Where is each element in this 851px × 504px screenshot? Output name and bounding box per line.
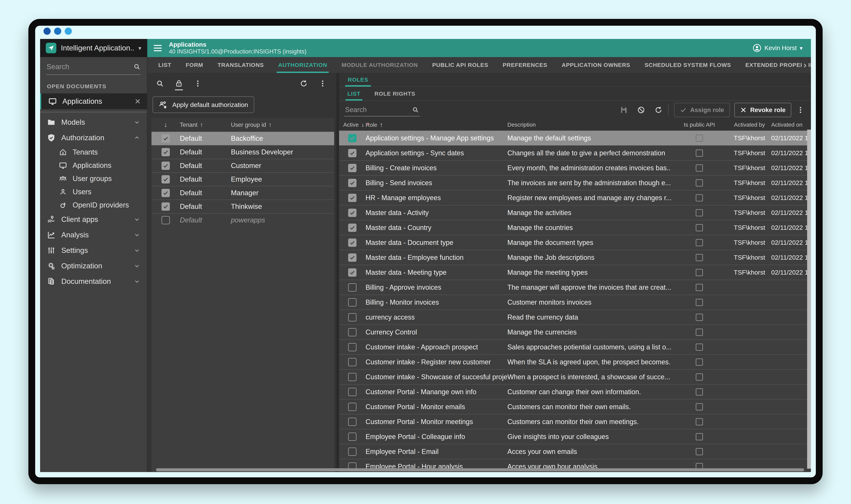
- kebab-menu-icon[interactable]: [319, 79, 327, 88]
- checkbox-checked[interactable]: [348, 179, 357, 187]
- chevron-down-icon[interactable]: [134, 119, 140, 125]
- subtab-role-rights[interactable]: ROLE RIGHTS: [374, 87, 416, 101]
- checkbox-unchecked[interactable]: [696, 374, 703, 381]
- window-dot-1[interactable]: [44, 28, 51, 35]
- sidebar-item-models[interactable]: Models: [40, 114, 147, 130]
- checkbox-unchecked[interactable]: [348, 373, 357, 381]
- user-group-row[interactable]: DefaultBusiness Developer: [152, 145, 334, 159]
- checkbox-checked[interactable]: [161, 189, 170, 197]
- sidebar-item-optimization[interactable]: Optimization: [40, 258, 147, 274]
- apply-default-authorization-button[interactable]: Apply default authorization: [153, 96, 254, 113]
- role-row[interactable]: Master data - ActivityManage the activit…: [339, 205, 811, 220]
- checkbox-unchecked[interactable]: [348, 358, 357, 366]
- checkbox-unchecked[interactable]: [696, 418, 703, 426]
- sidebar-item-authorization[interactable]: Authorization: [40, 130, 147, 145]
- cancel-icon[interactable]: [637, 106, 645, 114]
- role-row[interactable]: Billing - Monitor invoicesCustomer monit…: [339, 294, 811, 309]
- checkbox-unchecked[interactable]: [696, 314, 703, 321]
- checkbox-checked[interactable]: [161, 134, 170, 143]
- sidebar-search-input[interactable]: Search: [47, 59, 140, 75]
- horizontal-scrollbar[interactable]: [156, 468, 804, 471]
- user-group-row[interactable]: DefaultManager: [152, 186, 334, 200]
- checkbox-unchecked[interactable]: [348, 298, 357, 307]
- checkbox-unchecked[interactable]: [348, 283, 357, 292]
- checkbox-unchecked[interactable]: [348, 403, 357, 411]
- tab-extended-properties[interactable]: EXTENDED PROPERTIES: [746, 57, 811, 73]
- role-row[interactable]: Customer intake - Approach prospectSales…: [339, 339, 811, 354]
- role-row[interactable]: Employee Portal - Colleague infoGive ins…: [339, 429, 811, 444]
- role-row[interactable]: Application settings - Sync datesChanges…: [339, 145, 811, 160]
- checkbox-unchecked[interactable]: [696, 194, 703, 201]
- tab-module-authorization[interactable]: MODULE AUTHORIZATION: [342, 57, 418, 73]
- chevron-down-icon[interactable]: [134, 247, 140, 254]
- checkbox-unchecked[interactable]: [696, 134, 703, 142]
- column-activated-by[interactable]: Activated by: [728, 122, 771, 128]
- checkbox-checked[interactable]: [161, 162, 170, 170]
- checkbox-unchecked[interactable]: [348, 328, 357, 336]
- checkbox-unchecked[interactable]: [696, 284, 703, 291]
- open-document-applications[interactable]: Applications: [40, 93, 147, 109]
- checkbox-checked[interactable]: [348, 134, 357, 142]
- checkbox-unchecked[interactable]: [696, 329, 703, 336]
- checkbox-unchecked[interactable]: [696, 164, 703, 172]
- checkbox-unchecked[interactable]: [348, 313, 357, 321]
- panel-divider[interactable]: [336, 73, 339, 472]
- tab-preferences[interactable]: PREFERENCES: [503, 57, 547, 73]
- column-is-public-api[interactable]: Is public API: [671, 122, 728, 128]
- checkbox-unchecked[interactable]: [696, 179, 703, 186]
- checkbox-unchecked[interactable]: [696, 269, 703, 276]
- chevron-down-icon[interactable]: [134, 216, 140, 222]
- checkbox-checked[interactable]: [348, 238, 357, 247]
- sidebar-item-tenants[interactable]: Tenants: [40, 145, 147, 159]
- role-row[interactable]: Master data - Employee functionManage th…: [339, 250, 811, 265]
- assign-role-button[interactable]: Assign role: [674, 103, 730, 117]
- tab-authorization[interactable]: AUTHORIZATION: [278, 57, 327, 73]
- roles-search-input[interactable]: Search: [344, 104, 420, 116]
- refresh-icon[interactable]: [300, 79, 308, 88]
- checkbox-unchecked[interactable]: [696, 254, 703, 261]
- sidebar-item-client-apps[interactable]: Client apps: [40, 212, 147, 227]
- user-group-row[interactable]: DefaultThinkwise: [152, 200, 334, 213]
- role-row[interactable]: Customer Portal - Manange own infoCustom…: [339, 384, 811, 399]
- column-user-group-id[interactable]: User group id↑: [231, 121, 334, 128]
- checkbox-checked[interactable]: [348, 164, 357, 172]
- checkbox-unchecked[interactable]: [696, 239, 703, 246]
- chevron-down-icon[interactable]: [134, 232, 140, 238]
- checkbox-unchecked[interactable]: [696, 433, 703, 440]
- checkbox-unchecked[interactable]: [696, 403, 703, 411]
- role-row[interactable]: Billing - Approve invoicesThe manager wi…: [339, 280, 811, 294]
- role-row[interactable]: Master data - CountryManage the countrie…: [339, 220, 811, 235]
- chevron-down-icon[interactable]: [134, 278, 140, 285]
- user-group-row[interactable]: DefaultCustomer: [152, 159, 334, 172]
- checkbox-unchecked[interactable]: [348, 448, 357, 456]
- checkbox-unchecked[interactable]: [161, 216, 170, 224]
- column-description[interactable]: Description: [507, 122, 671, 128]
- role-row[interactable]: Billing - Send invoicesThe invoices are …: [339, 175, 811, 190]
- window-dot-2[interactable]: [54, 28, 61, 35]
- user-menu[interactable]: Kevin Horst ▾: [753, 44, 803, 52]
- checkbox-unchecked[interactable]: [696, 149, 703, 157]
- tab-form[interactable]: FORM: [186, 57, 203, 73]
- user-group-row[interactable]: DefaultBackoffice: [152, 131, 334, 145]
- role-row[interactable]: Master data - Document typeManage the do…: [339, 235, 811, 250]
- tab-application-owners[interactable]: APPLICATION OWNERS: [562, 57, 630, 73]
- tab-roles[interactable]: ROLES: [347, 73, 369, 87]
- refresh-icon[interactable]: [655, 106, 662, 114]
- role-row[interactable]: Application settings - Manage App settin…: [339, 130, 811, 145]
- checkbox-unchecked[interactable]: [696, 388, 703, 396]
- window-dot-3[interactable]: [65, 28, 72, 35]
- checkbox-unchecked[interactable]: [348, 433, 357, 441]
- tab-scheduled-system-flows[interactable]: SCHEDULED SYSTEM FLOWS: [645, 57, 731, 73]
- tab-translations[interactable]: TRANSLATIONS: [218, 57, 264, 73]
- sidebar-item-user-groups[interactable]: User groups: [40, 172, 147, 185]
- revoke-role-button[interactable]: Revoke role: [734, 103, 791, 117]
- checkbox-unchecked[interactable]: [696, 209, 703, 216]
- checkbox-unchecked[interactable]: [696, 359, 703, 366]
- sidebar-item-settings[interactable]: Settings: [40, 242, 147, 258]
- checkbox-checked[interactable]: [348, 223, 357, 232]
- sidebar-item-users[interactable]: Users: [40, 185, 147, 198]
- role-row[interactable]: Customer intake - Register new customerW…: [339, 354, 811, 369]
- checkbox-checked[interactable]: [348, 253, 357, 262]
- search-icon[interactable]: [156, 79, 164, 88]
- kebab-menu-icon[interactable]: [194, 79, 202, 88]
